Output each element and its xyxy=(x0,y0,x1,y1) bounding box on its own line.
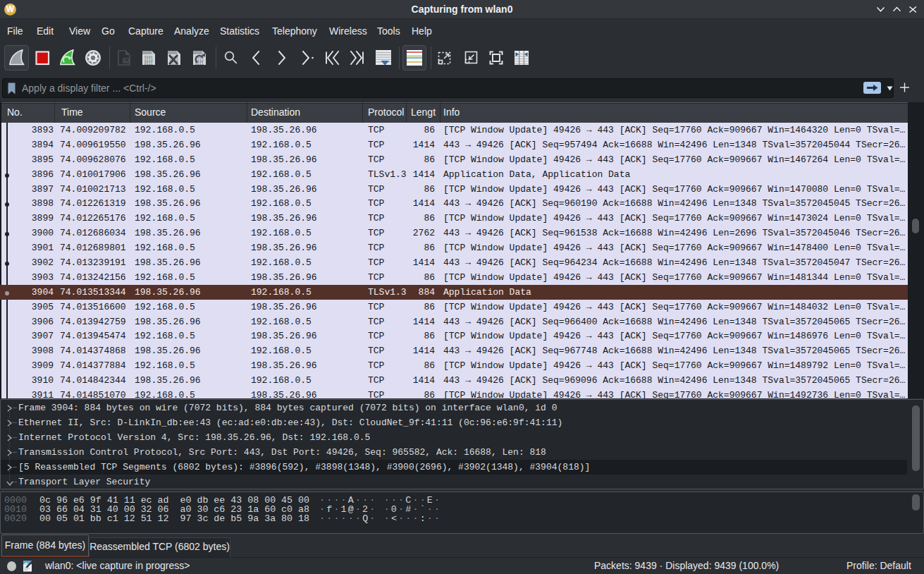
svg-text:0111: 0111 xyxy=(144,62,153,66)
